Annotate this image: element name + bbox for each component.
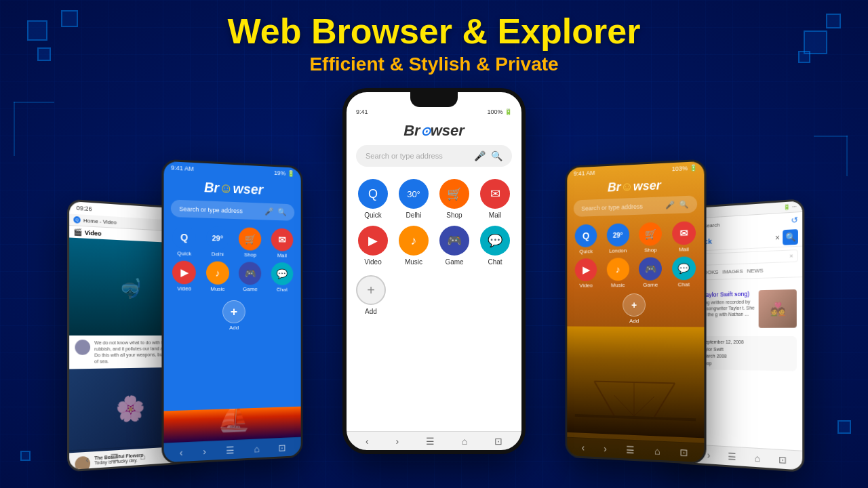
header: Web Browser & Explorer Efficient & Styli… <box>0 12 868 75</box>
browser-logo-left: Br☺wser <box>164 178 301 199</box>
icon-game[interactable]: 🎮 Game <box>236 262 264 292</box>
icon-video[interactable]: ▶ Video <box>170 260 199 291</box>
add-icon-center[interactable]: + Add <box>347 272 521 318</box>
right-icon-chat[interactable]: 💬 Chat <box>669 256 699 287</box>
search-bar-center[interactable]: Search or type address 🎤 🔍 <box>356 145 512 167</box>
icon-chat[interactable]: 💬 Chat <box>268 262 296 293</box>
right-icon-video[interactable]: ▶ Video <box>572 258 600 289</box>
icon-grid-left: Q Quick 29° Delhi 🛒 Shop ✉ Mail ▶ Video … <box>164 220 301 298</box>
nav-bar-center: ‹ › ☰ ⌂ ⊡ <box>347 431 521 450</box>
svg-line-4 <box>614 395 634 416</box>
circuit-line <box>846 136 848 176</box>
center-icon-music[interactable]: ♪ Music <box>397 226 431 266</box>
result-image: 💑 <box>759 289 797 328</box>
phone-center: 9:41 100% 🔋 Br⊙wser Search or type addre… <box>342 88 526 454</box>
icon-music[interactable]: ♪ Music <box>203 261 232 292</box>
browser-logo-right: Br☺wser <box>567 176 704 197</box>
search-bar-left[interactable]: Search or type address 🎤 🔍 <box>171 199 294 220</box>
wallpaper-right <box>567 326 704 438</box>
icon-grid-right: Q Quick 29° London 🛒 Shop ✉ Mail ▶ Video… <box>567 216 704 294</box>
center-icon-delhi[interactable]: 30° Delhi <box>397 179 431 219</box>
right-icon-shop[interactable]: 🛒 Shop <box>636 222 665 253</box>
add-icon-right[interactable]: + Add <box>567 293 704 324</box>
search-bar-right[interactable]: Search or type address 🎤 🔍 <box>574 195 697 217</box>
svg-line-6 <box>634 396 654 417</box>
icon-quick[interactable]: Q Quick <box>170 225 199 257</box>
icon-grid-center: Q Quick 30° Delhi 🛒 Shop ✉ Mail ▶ Video … <box>347 172 521 272</box>
main-title: Web Browser & Explorer <box>0 12 868 51</box>
svg-line-2 <box>654 383 675 418</box>
center-icon-game[interactable]: 🎮 Game <box>437 226 471 266</box>
right-icon-mail[interactable]: ✉ Mail <box>669 221 699 253</box>
center-icon-video[interactable]: ▶ Video <box>356 226 390 266</box>
center-icon-shop[interactable]: 🛒 Shop <box>437 179 471 219</box>
nav-bar-right: ‹ › ☰ ⌂ ⊡ <box>567 437 704 463</box>
center-icon-quick[interactable]: Q Quick <box>356 179 390 219</box>
circuit-line <box>14 102 15 156</box>
phone-right: 9:41 AM 103% 🔋 Br☺wser Search or type ad… <box>565 159 706 465</box>
right-icon-quick[interactable]: Q Quick <box>572 224 600 255</box>
center-icon-chat[interactable]: 💬 Chat <box>478 226 512 266</box>
svg-line-3 <box>594 382 675 384</box>
status-bar-center: 9:41 100% 🔋 <box>347 107 521 117</box>
bridge-svg <box>575 374 696 432</box>
icon-shop[interactable]: 🛒 Shop <box>236 227 264 258</box>
icon-delhi[interactable]: 29° Delhi <box>203 226 232 258</box>
right-icon-london[interactable]: 29° London <box>604 223 632 254</box>
right-icon-game[interactable]: 🎮 Game <box>636 257 665 288</box>
status-bar-left: 9:41 AM 19% 🔋 <box>164 161 301 180</box>
phone-left: 9:41 AM 19% 🔋 Br☺wser Search or type add… <box>161 159 302 465</box>
phones-container: 09:26 ▲ Q Home - Video 🎬 Video 🤿 We do n… <box>27 95 841 488</box>
svg-line-1 <box>594 382 614 415</box>
phone-notch <box>410 92 458 107</box>
center-icon-mail[interactable]: ✉ Mail <box>478 179 512 219</box>
icon-mail[interactable]: ✉ Mail <box>268 228 296 258</box>
right-icon-music[interactable]: ♪ Music <box>604 258 632 288</box>
browser-logo-center: Br⊙wser <box>347 122 521 140</box>
main-subtitle: Efficient & Stylish & Private <box>0 54 868 75</box>
add-icon-left[interactable]: + Add <box>164 297 301 333</box>
